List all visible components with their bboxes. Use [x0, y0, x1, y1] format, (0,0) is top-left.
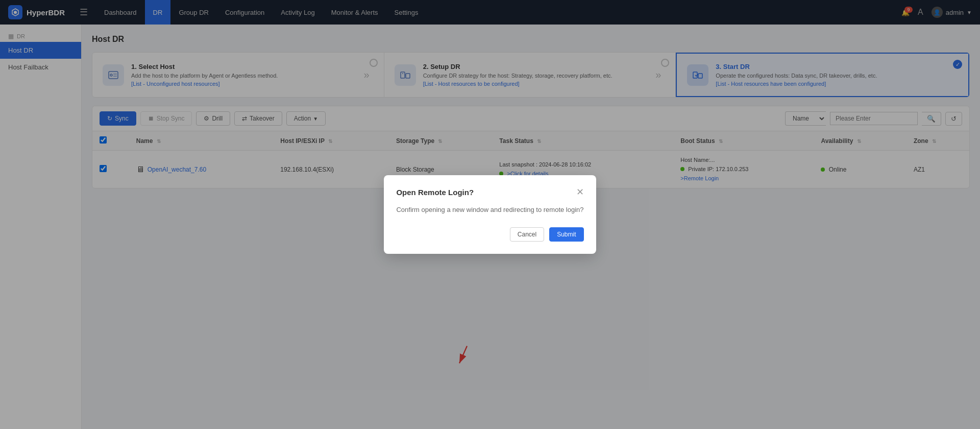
modal-footer: Cancel Submit [396, 227, 583, 242]
modal-submit-button[interactable]: Submit [549, 227, 583, 242]
modal-title: Open Remote Login? [396, 188, 474, 197]
modal-body: Confirm opening a new window and redirec… [396, 205, 583, 215]
modal-cancel-button[interactable]: Cancel [510, 227, 544, 242]
modal-overlay: Open Remote Login? ✕ Confirm opening a n… [0, 0, 980, 429]
modal-header: Open Remote Login? ✕ [396, 187, 583, 197]
modal-close-button[interactable]: ✕ [576, 187, 584, 197]
remote-login-modal: Open Remote Login? ✕ Confirm opening a n… [384, 175, 596, 254]
